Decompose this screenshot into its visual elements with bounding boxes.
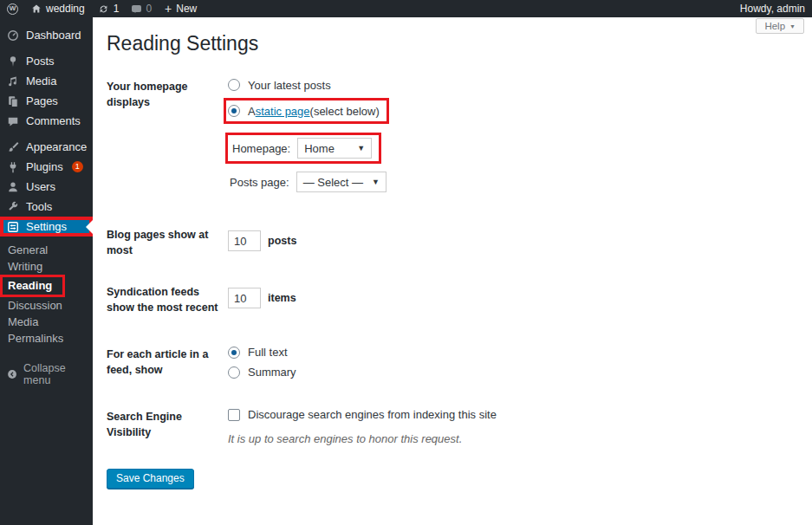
admin-sidebar: Dashboard Posts Media Pages Comments App… (0, 17, 93, 525)
update-count: 1 (114, 0, 120, 17)
full-text-radio[interactable] (228, 347, 240, 359)
summary-radio[interactable] (228, 366, 240, 379)
site-name: wedding (46, 0, 85, 17)
sidebar-item-tools[interactable]: Tools (0, 197, 93, 217)
sidebar-label: Dashboard (26, 29, 81, 42)
latest-posts-option[interactable]: Your latest posts (228, 75, 812, 94)
posts-page-select-label: Posts page: (230, 176, 289, 189)
blog-pages-label: Blog pages show at most (107, 224, 228, 258)
sidebar-item-users[interactable]: Users (0, 177, 93, 197)
sidebar-label: Plugins (26, 160, 63, 173)
chevron-down-icon: ▼ (789, 23, 796, 29)
admin-bar: W wedding 1 0 + New Howdy, admin (0, 0, 812, 17)
wordpress-logo-icon: W (7, 3, 18, 15)
sidebar-item-media[interactable]: Media (0, 71, 93, 91)
submenu-item-media[interactable]: Media (0, 314, 93, 330)
search-visibility-label: Search Engine Visibility (107, 405, 228, 445)
pushpin-icon (6, 55, 19, 68)
sidebar-item-posts[interactable]: Posts (0, 51, 93, 71)
chevron-down-icon: ▼ (357, 144, 365, 152)
syndication-unit: items (268, 292, 296, 304)
syndication-row: Syndication feeds show the most recent i… (107, 281, 812, 315)
sidebar-label: Tools (26, 200, 52, 213)
sidebar-item-appearance[interactable]: Appearance (0, 137, 93, 157)
homepage-select-value: Home (304, 142, 335, 155)
sidebar-label: Posts (26, 55, 55, 68)
current-menu-arrow (86, 220, 93, 234)
help-label: Help (764, 21, 785, 31)
discourage-indexing-label: Discourage search engines from indexing … (248, 408, 497, 421)
wrench-icon (6, 200, 19, 213)
sidebar-label: Settings (26, 220, 67, 233)
sidebar-label: Appearance (26, 140, 87, 153)
annotation-box-static-page: A static page (select below) (224, 98, 389, 124)
chevron-down-icon: ▼ (372, 178, 380, 186)
static-page-suffix: (select below) (310, 105, 380, 118)
summary-option[interactable]: Summary (228, 363, 812, 382)
submenu-item-general[interactable]: General (0, 242, 93, 258)
summary-label: Summary (248, 366, 296, 379)
posts-page-select-row: Posts page: — Select — ▼ (230, 172, 812, 192)
site-name-menu[interactable]: wedding (31, 0, 85, 17)
reading-settings-form: Your homepage displays Your latest posts… (107, 75, 812, 489)
submenu-item-writing[interactable]: Writing (0, 258, 93, 275)
plus-icon: + (165, 1, 172, 16)
search-visibility-row: Search Engine Visibility Discourage sear… (107, 405, 812, 445)
sidebar-item-settings[interactable]: Settings (0, 217, 93, 237)
static-page-radio[interactable] (228, 105, 240, 117)
sidebar-item-dashboard[interactable]: Dashboard (0, 25, 93, 45)
homepage-select-row: Homepage: Home ▼ (232, 138, 372, 159)
discourage-indexing-checkbox[interactable] (228, 409, 240, 421)
syndication-input[interactable] (228, 288, 261, 308)
posts-page-select-value: — Select — (303, 176, 363, 189)
feed-article-row: For each article in a feed, show Full te… (107, 343, 812, 382)
homepage-displays-row: Your homepage displays Your latest posts… (107, 75, 812, 192)
discourage-indexing-option[interactable]: Discourage search engines from indexing … (228, 405, 812, 425)
comments-menu[interactable]: 0 (132, 0, 152, 17)
howdy-account-menu[interactable]: Howdy, admin (740, 0, 805, 17)
homepage-select-label: Homepage: (232, 142, 290, 155)
save-changes-button[interactable]: Save Changes (107, 469, 194, 489)
music-note-icon (6, 75, 19, 88)
feed-article-label: For each article in a feed, show (107, 343, 228, 382)
main-content: Reading Settings Your homepage displays … (93, 17, 812, 525)
help-dropdown-button[interactable]: Help ▼ (756, 18, 804, 34)
annotation-box-homepage-select: Homepage: Home ▼ (225, 133, 381, 164)
submenu-item-permalinks[interactable]: Permalinks (0, 330, 93, 347)
blog-pages-input[interactable] (228, 230, 261, 251)
dashboard-gauge-icon (6, 29, 19, 42)
howdy-text: Howdy, admin (740, 0, 805, 17)
sidebar-label: Media (26, 75, 56, 88)
blog-pages-row: Blog pages show at most posts (107, 224, 812, 258)
submenu-item-discussion[interactable]: Discussion (0, 297, 93, 314)
sidebar-item-pages[interactable]: Pages (0, 91, 93, 111)
new-content-menu[interactable]: + New (165, 0, 197, 17)
static-page-prefix: A (248, 105, 256, 118)
collapse-menu-button[interactable]: Collapse menu (0, 358, 93, 391)
posts-page-select[interactable]: — Select — ▼ (296, 172, 387, 192)
sidebar-label: Comments (26, 114, 81, 127)
plug-icon (6, 160, 19, 173)
sidebar-item-plugins[interactable]: Plugins 1 (0, 157, 93, 177)
settings-sliders-icon (6, 220, 19, 233)
blog-pages-unit: posts (268, 235, 296, 247)
settings-submenu: General Writing Reading Discussion Media… (0, 237, 93, 348)
sidebar-label: Pages (26, 94, 58, 107)
updates-menu[interactable]: 1 (98, 0, 120, 17)
sidebar-item-comments[interactable]: Comments (0, 111, 93, 131)
full-text-label: Full text (248, 346, 288, 359)
comment-count: 0 (146, 0, 152, 17)
speech-bubble-icon (6, 114, 19, 127)
comment-bubble-icon (132, 5, 141, 12)
homepage-displays-label: Your homepage displays (107, 75, 228, 192)
static-page-option[interactable]: A static page (select below) (228, 102, 380, 120)
submenu-item-reading[interactable]: Reading (0, 275, 65, 297)
static-page-link[interactable]: static page (256, 105, 310, 118)
sidebar-label: Users (26, 180, 55, 193)
latest-posts-radio[interactable] (228, 79, 240, 91)
full-text-option[interactable]: Full text (228, 343, 812, 362)
home-icon (31, 3, 42, 14)
new-label: New (176, 0, 197, 17)
homepage-select[interactable]: Home ▼ (297, 138, 372, 159)
wordpress-logo-menu[interactable]: W (7, 3, 18, 15)
